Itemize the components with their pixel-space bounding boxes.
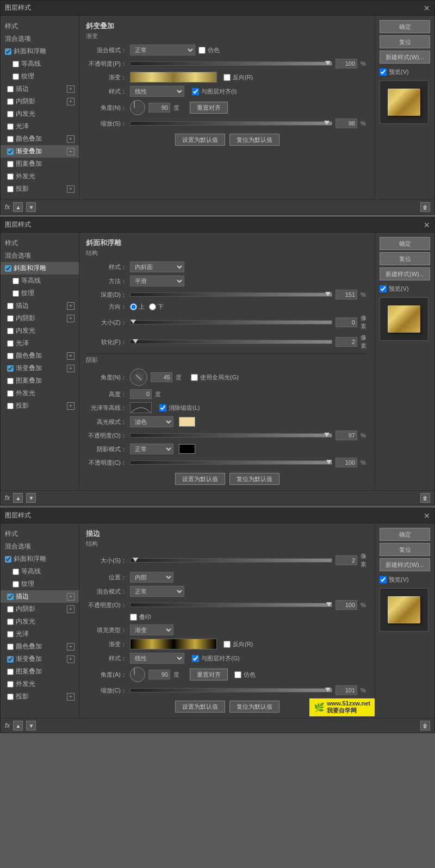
blend-mode-select[interactable]: 正常 — [130, 45, 195, 55]
d2-gradient-overlay[interactable]: 渐变叠加 + — [1, 362, 79, 374]
inner-shadow-item[interactable]: 内阴影 + — [1, 95, 79, 108]
d3-drop-shadow-checkbox[interactable] — [7, 694, 14, 700]
d2-shadow-opacity-slider[interactable] — [130, 460, 332, 465]
texture-item[interactable]: 纹理 — [1, 70, 79, 83]
d2-method-select[interactable]: 平滑 — [130, 276, 184, 286]
d3-reset-button[interactable]: 复位 — [380, 543, 430, 556]
d3-satin-checkbox[interactable] — [7, 631, 14, 638]
d3-contour[interactable]: 等高线 — [1, 565, 79, 578]
d3-size-slider[interactable] — [130, 558, 332, 563]
d2-bevel-emboss[interactable]: 斜面和浮雕 — [1, 262, 79, 274]
outer-glow-item[interactable]: 外发光 — [1, 170, 79, 183]
preview-checkbox[interactable] — [380, 68, 387, 76]
inner-shadow-checkbox[interactable] — [7, 98, 14, 105]
gradient-preview[interactable] — [130, 72, 217, 83]
pattern-overlay-item[interactable]: 图案叠加 — [1, 158, 79, 170]
inner-glow-item[interactable]: 内发光 — [1, 108, 79, 120]
d2-reset-default-btn[interactable]: 复位为默认值 — [229, 473, 279, 485]
d2-shadow-mode-select[interactable]: 正常 — [130, 444, 173, 454]
d2-drop-shadow[interactable]: 投影 + — [1, 399, 79, 412]
d2-global-light-checkbox[interactable] — [191, 374, 198, 381]
d3-preview-checkbox[interactable] — [380, 576, 387, 583]
d2-depth-input[interactable] — [335, 290, 357, 299]
d3-fx-trash-btn[interactable]: 🗑 — [420, 721, 430, 730]
d3-set-default-btn[interactable]: 设置为默认值 — [175, 701, 225, 713]
opacity-input[interactable] — [335, 59, 357, 68]
d2-drop-shadow-plus[interactable]: + — [67, 402, 74, 410]
d2-inner-glow[interactable]: 内发光 — [1, 324, 79, 337]
d2-gloss-preview[interactable] — [130, 402, 152, 413]
d2-inner-shadow-checkbox[interactable] — [7, 315, 14, 322]
reset-default-btn[interactable]: 复位为默认值 — [229, 134, 279, 146]
align-checkbox[interactable] — [192, 88, 199, 95]
d3-inner-glow[interactable]: 内发光 — [1, 615, 79, 628]
reverse-checkbox[interactable] — [223, 74, 231, 81]
stroke-plus[interactable]: + — [67, 85, 74, 93]
drop-shadow-checkbox[interactable] — [7, 186, 14, 192]
d3-style-select[interactable]: 线性 — [130, 653, 184, 664]
d3-contour-checkbox[interactable] — [13, 569, 19, 575]
d2-angle-input[interactable] — [151, 372, 172, 382]
set-default-btn[interactable]: 设置为默认值 — [175, 134, 225, 146]
d2-shadow-opacity-thumb[interactable] — [326, 460, 332, 464]
d2-size-thumb[interactable] — [130, 320, 136, 324]
d2-inner-shadow[interactable]: 内阴影 + — [1, 312, 79, 324]
d3-fx-up-btn[interactable]: ▲ — [13, 721, 23, 730]
d3-stroke[interactable]: 描边 + — [1, 590, 79, 603]
d2-color-overlay-plus[interactable]: + — [67, 352, 74, 360]
d3-opacity-slider[interactable] — [130, 603, 332, 607]
d3-texture[interactable]: 纹理 — [1, 578, 79, 590]
dialog1-close[interactable]: ✕ — [424, 4, 430, 13]
d2-dir-up-radio[interactable] — [130, 303, 137, 310]
d3-drop-shadow[interactable]: 投影 + — [1, 690, 79, 703]
d3-gradient-overlay-checkbox[interactable] — [7, 656, 14, 663]
d3-angle-input[interactable] — [148, 670, 170, 679]
d2-contour-checkbox[interactable] — [13, 278, 19, 284]
d2-outer-glow[interactable]: 外发光 — [1, 387, 79, 399]
d3-bevel-emboss[interactable]: 斜面和浮雕 — [1, 553, 79, 565]
d2-highlight-opacity-thumb[interactable] — [324, 433, 330, 437]
scale-input[interactable] — [335, 118, 357, 128]
d3-satin[interactable]: 光泽 — [1, 628, 79, 640]
d3-scale-slider[interactable] — [130, 688, 332, 692]
gradient-overlay-item[interactable]: 渐变叠加 + — [1, 145, 79, 158]
d3-opacity-thumb[interactable] — [326, 602, 332, 607]
d2-dir-down[interactable]: 下 — [149, 303, 164, 311]
inner-shadow-plus[interactable]: + — [67, 98, 74, 105]
d3-align-checkbox[interactable] — [192, 655, 199, 662]
contour-checkbox[interactable] — [13, 61, 19, 67]
d2-highlight-select[interactable]: 滤色 — [130, 416, 173, 427]
d3-gradient-preview[interactable] — [130, 639, 217, 650]
new-style-button[interactable]: 新建样式(W)... — [380, 51, 430, 64]
d2-pattern-overlay-checkbox[interactable] — [7, 378, 14, 384]
d3-inner-glow-checkbox[interactable] — [7, 619, 14, 625]
d2-fx-up-btn[interactable]: ▲ — [13, 493, 23, 503]
dither-checkbox[interactable] — [198, 47, 206, 54]
d3-new-style-button[interactable]: 新建样式(W)... — [380, 558, 430, 571]
contour-item[interactable]: 等高线 — [1, 58, 79, 70]
d2-new-style-button[interactable]: 新建样式(W)... — [380, 267, 430, 280]
opacity-thumb[interactable] — [325, 61, 331, 65]
d3-fill-type-select[interactable]: 渐变 — [130, 625, 173, 635]
d2-size-slider[interactable] — [130, 320, 332, 324]
d2-altitude-input[interactable] — [130, 389, 152, 399]
style-select[interactable]: 线性 — [130, 86, 184, 97]
d3-reverse-checkbox[interactable] — [223, 641, 231, 648]
d2-highlight-color[interactable] — [179, 417, 195, 427]
blend-options-header[interactable]: 混合选项 — [1, 33, 79, 45]
d2-texture[interactable]: 纹理 — [1, 287, 79, 299]
texture-checkbox[interactable] — [13, 73, 19, 80]
fx-down-btn[interactable]: ▼ — [26, 202, 36, 212]
d2-inner-shadow-plus[interactable]: + — [67, 315, 74, 322]
color-overlay-item[interactable]: 颜色叠加 + — [1, 133, 79, 145]
d2-shadow-color[interactable] — [179, 444, 195, 454]
scale-slider[interactable] — [130, 121, 332, 126]
d3-dither-checkbox[interactable] — [234, 671, 241, 678]
drop-shadow-item[interactable]: 投影 + — [1, 183, 79, 195]
gradient-overlay-checkbox[interactable] — [7, 148, 14, 155]
d3-size-thumb[interactable] — [133, 558, 138, 562]
d3-color-overlay-checkbox[interactable] — [7, 644, 14, 650]
d2-dir-up[interactable]: 上 — [130, 303, 145, 311]
color-overlay-checkbox[interactable] — [7, 136, 14, 142]
d3-blend-options[interactable]: 混合选项 — [1, 540, 79, 553]
